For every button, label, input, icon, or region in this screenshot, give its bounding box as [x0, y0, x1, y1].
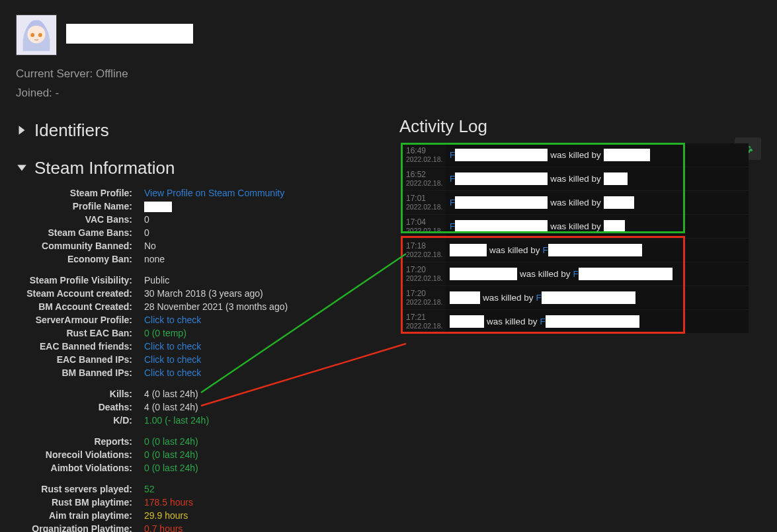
chevron-right-icon	[16, 124, 28, 136]
info-label: VAC Bans:	[16, 213, 144, 226]
info-value	[144, 200, 172, 213]
info-value[interactable]: Click to check	[144, 353, 201, 366]
info-value: 4 (0 last 24h)	[144, 387, 198, 400]
log-row[interactable]: 16:522022.02.18.Fwas killed by	[402, 167, 749, 190]
info-row: Steam Game Bans:0	[16, 226, 399, 239]
info-value[interactable]: Click to check	[144, 366, 201, 379]
info-label: Rust servers played:	[16, 482, 144, 496]
info-value: 0 (0 last 24h)	[144, 448, 198, 461]
player-name-redacted	[66, 24, 193, 44]
info-row: Profile Name:	[16, 200, 399, 213]
info-value: 29.9 hours	[144, 509, 188, 522]
activity-log-title: Activity Log	[399, 116, 761, 137]
info-row: EAC Banned friends:Click to check	[16, 340, 399, 353]
info-label: Profile Name:	[16, 200, 144, 213]
svg-point-2	[30, 33, 34, 37]
info-row: Rust EAC Ban:0 (0 temp)	[16, 326, 399, 340]
info-value[interactable]: Click to check	[144, 340, 201, 353]
log-message: was killed byF	[446, 286, 749, 309]
info-label: Community Banned:	[16, 239, 144, 252]
info-value: 4 (0 last 24h)	[144, 400, 198, 414]
info-label: Rust BM playtime:	[16, 496, 144, 509]
info-row: Steam Profile Visibility:Public	[16, 274, 399, 287]
info-label: BM Account Created:	[16, 300, 144, 313]
log-message: was killed byF	[446, 239, 749, 262]
info-label: EAC Banned IPs:	[16, 353, 144, 366]
log-row[interactable]: 17:182022.02.18.was killed byF	[402, 239, 749, 262]
info-row: BM Banned IPs:Click to check	[16, 366, 399, 379]
info-value: 30 March 2018 (3 years ago)	[144, 287, 263, 300]
info-row: BM Account Created:28 November 2021 (3 m…	[16, 300, 399, 313]
steam-info-title: Steam Information	[34, 158, 175, 178]
info-label: Steam Profile:	[16, 186, 144, 200]
info-row: Rust servers played:52	[16, 482, 399, 496]
info-label: Steam Game Bans:	[16, 226, 144, 239]
info-row: Kills:4 (0 last 24h)	[16, 387, 399, 400]
log-row[interactable]: 17:042022.02.18.Fwas killed by	[402, 215, 749, 238]
info-row: Aim train playtime:29.9 hours	[16, 509, 399, 522]
info-label: Aim train playtime:	[16, 509, 144, 522]
log-row[interactable]: 17:012022.02.18.Fwas killed by	[402, 191, 749, 214]
info-row: EAC Banned IPs:Click to check	[16, 353, 399, 366]
identifiers-header[interactable]: Identifiers	[16, 120, 399, 141]
info-value: 1.00 (- last 24h)	[144, 414, 209, 427]
avatar[interactable]	[16, 15, 57, 56]
log-message: was killed byF	[446, 262, 749, 285]
info-label: ServerArmour Profile:	[16, 313, 144, 326]
info-value: none	[144, 252, 165, 266]
log-message: was killed byF	[446, 310, 749, 333]
info-label: Reports:	[16, 435, 144, 448]
info-row: Rust BM playtime:178.5 hours	[16, 496, 399, 509]
log-row[interactable]: 16:492022.02.18.Fwas killed by	[402, 143, 749, 167]
info-value: 0	[144, 213, 149, 226]
info-value: 0 (0 last 24h)	[144, 461, 198, 475]
info-value: 52	[144, 482, 155, 496]
info-row: Steam Account created:30 March 2018 (3 y…	[16, 287, 399, 300]
log-timestamp: 17:202022.02.18.	[402, 262, 446, 285]
log-row[interactable]: 17:202022.02.18.was killed byF	[402, 286, 749, 309]
info-value: Public	[144, 274, 169, 287]
log-message: Fwas killed by	[446, 215, 749, 238]
info-value: 0 (0 last 24h)	[144, 435, 198, 448]
info-value: 178.5 hours	[144, 496, 193, 509]
log-timestamp: 17:202022.02.18.	[402, 286, 446, 309]
info-label: Aimbot Violations:	[16, 461, 144, 475]
info-row: ServerArmour Profile:Click to check	[16, 313, 399, 326]
info-value: 0 (0 temp)	[144, 326, 186, 340]
info-label: Organization Playtime:	[16, 522, 144, 532]
log-timestamp: 17:182022.02.18.	[402, 239, 446, 262]
identifiers-title: Identifiers	[34, 120, 109, 141]
log-timestamp: 17:012022.02.18.	[402, 191, 446, 214]
log-timestamp: 17:042022.02.18.	[402, 215, 446, 238]
info-row: Organization Playtime:0.7 hours	[16, 522, 399, 532]
info-value: 0.7 hours	[144, 522, 183, 532]
log-message: Fwas killed by	[446, 191, 749, 214]
info-row: Steam Profile:View Profile on Steam Comm…	[16, 186, 399, 200]
log-row[interactable]: 17:212022.02.18.was killed byF	[402, 310, 749, 333]
info-label: Kills:	[16, 387, 144, 400]
info-label: Economy Ban:	[16, 252, 144, 266]
info-row: Economy Ban:none	[16, 252, 399, 266]
info-row: Norecoil Violations:0 (0 last 24h)	[16, 448, 399, 461]
log-timestamp: 16:522022.02.18.	[402, 167, 446, 190]
info-value: 0	[144, 226, 149, 239]
info-value[interactable]: View Profile on Steam Community	[144, 186, 284, 200]
steam-info-header[interactable]: Steam Information	[16, 158, 399, 178]
info-row: K/D:1.00 (- last 24h)	[16, 414, 399, 427]
info-row: Deaths:4 (0 last 24h)	[16, 400, 399, 414]
svg-point-3	[38, 33, 42, 37]
info-row: VAC Bans:0	[16, 213, 399, 226]
info-label: EAC Banned friends:	[16, 340, 144, 353]
info-label: K/D:	[16, 414, 144, 427]
current-server: Current Server: Offline	[16, 65, 761, 84]
info-label: Norecoil Violations:	[16, 448, 144, 461]
info-value: No	[144, 239, 156, 252]
log-row[interactable]: 17:202022.02.18.was killed byF	[402, 262, 749, 285]
log-timestamp: 16:492022.02.18.	[402, 143, 446, 167]
info-label: Deaths:	[16, 400, 144, 414]
info-value[interactable]: Click to check	[144, 313, 201, 326]
info-label: Steam Profile Visibility:	[16, 274, 144, 287]
chevron-down-icon	[16, 162, 28, 174]
log-message: Fwas killed by	[446, 143, 749, 167]
log-timestamp: 17:212022.02.18.	[402, 310, 446, 333]
